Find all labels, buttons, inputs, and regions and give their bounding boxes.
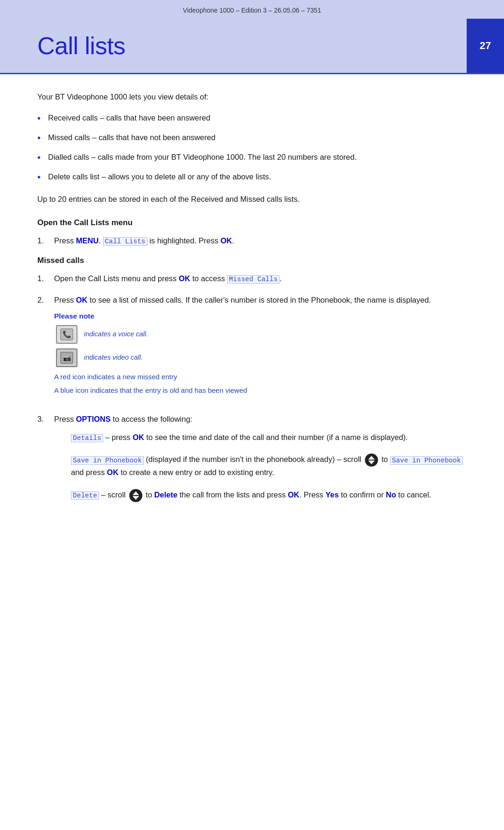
step-item: 3. Press OPTIONS to access the following…: [37, 413, 467, 512]
bullet-text: Missed calls – calls that have not been …: [48, 132, 216, 143]
save-phonebook-mono2: Save in Phonebook: [390, 456, 463, 465]
missed-steps-list: 1. Open the Call Lists menu and press OK…: [37, 273, 467, 512]
ok-keyword: OK: [107, 468, 119, 476]
step-content: Open the Call Lists menu and press OK to…: [54, 273, 467, 285]
bullet-text: Delete calls list – allows you to delete…: [48, 171, 271, 183]
list-item: • Missed calls – calls that have not bee…: [37, 132, 467, 145]
video-svg: 📷: [60, 352, 73, 364]
ok-keyword: OK: [220, 236, 232, 245]
ok-keyword: OK: [76, 296, 88, 304]
options-block: Details – press OK to see the time and d…: [71, 432, 467, 502]
save-phonebook-mono: Save in Phonebook: [71, 456, 144, 465]
step-number: 2.: [37, 294, 54, 306]
voice-icon-row: 📞 indicates a voice call.: [56, 325, 467, 344]
step-item: 2. Press OK to see a list of missed call…: [37, 294, 467, 404]
video-call-icon: 📷: [56, 348, 77, 367]
call-lists-highlight: Call Lists: [103, 237, 147, 246]
bullet-dot: •: [37, 111, 41, 125]
delete-mono: Delete: [71, 491, 99, 500]
step-content: Press OPTIONS to access the following: D…: [54, 413, 467, 512]
please-note-label: Please note: [54, 311, 467, 321]
option-details: Details – press OK to see the time and d…: [71, 432, 467, 444]
no-keyword: No: [386, 490, 396, 499]
options-keyword: OPTIONS: [76, 415, 111, 423]
list-item: • Delete calls list – allows you to dele…: [37, 171, 467, 184]
step-item: 1. Press MENU. Call Lists is highlighted…: [37, 235, 467, 247]
up-to-note: Up to 20 entries can be stored in each o…: [37, 193, 467, 205]
voice-icon-label: indicates a voice call.: [84, 329, 148, 340]
section-heading-open: Open the Call Lists menu: [37, 218, 467, 227]
svg-text:📞: 📞: [63, 330, 71, 339]
delete-keyword: Delete: [154, 490, 178, 499]
open-steps-list: 1. Press MENU. Call Lists is highlighted…: [37, 235, 467, 247]
ok-keyword: OK: [288, 490, 300, 499]
main-content: Your BT Videophone 1000 lets you view de…: [0, 74, 504, 540]
red-icon-note: A red icon indicates a new missed entry: [54, 372, 467, 383]
video-icon-label: indicates video call.: [84, 353, 143, 363]
list-item: • Received calls – calls that have been …: [37, 112, 467, 125]
bullet-dot: •: [37, 131, 41, 145]
option-delete: Delete – scroll to Delete the call from …: [71, 489, 467, 502]
step-number: 1.: [37, 273, 54, 284]
ok-keyword: OK: [133, 433, 144, 441]
title-row: Call lists 27: [0, 19, 504, 73]
ok-keyword: OK: [179, 274, 190, 283]
bullet-text: Dialled calls – calls made from your BT …: [48, 151, 357, 163]
section-heading-missed: Missed calls: [37, 256, 467, 265]
bullet-dot: •: [37, 150, 41, 164]
step-content: Press OK to see a list of missed calls. …: [54, 294, 467, 404]
missed-calls-highlight: Missed Calls: [227, 275, 280, 284]
step-number: 1.: [37, 235, 54, 247]
voice-call-icon: 📞: [56, 325, 77, 344]
menu-keyword: MENU: [76, 236, 99, 245]
title-area: Call lists: [0, 19, 467, 73]
scroll-icon: [129, 489, 142, 502]
bullet-text: Received calls – calls that have been an…: [48, 112, 210, 124]
details-mono: Details: [71, 434, 103, 442]
video-icon-row: 📷 indicates video call.: [56, 348, 467, 367]
blue-icon-note: A blue icon indicates that the entry is …: [54, 385, 467, 396]
step-number: 3.: [37, 413, 54, 425]
features-list: • Received calls – calls that have been …: [37, 112, 467, 184]
option-save-phonebook: Save in Phonebook (displayed if the numb…: [71, 454, 467, 479]
list-item: • Dialled calls – calls made from your B…: [37, 151, 467, 164]
header-bar: Videophone 1000 – Edition 3 – 26.05.06 –…: [0, 0, 504, 73]
step-item: 1. Open the Call Lists menu and press OK…: [37, 273, 467, 285]
svg-text:📷: 📷: [63, 354, 71, 362]
intro-text: Your BT Videophone 1000 lets you view de…: [37, 91, 467, 103]
phone-svg: 📞: [60, 328, 73, 341]
page-number: 27: [467, 19, 504, 73]
edition-text: Videophone 1000 – Edition 3 – 26.05.06 –…: [0, 7, 504, 19]
page-title: Call lists: [37, 32, 439, 60]
yes-keyword: Yes: [325, 490, 338, 499]
scroll-icon: [365, 454, 378, 467]
step-content: Press MENU. Call Lists is highlighted. P…: [54, 235, 467, 247]
bullet-dot: •: [37, 170, 41, 184]
